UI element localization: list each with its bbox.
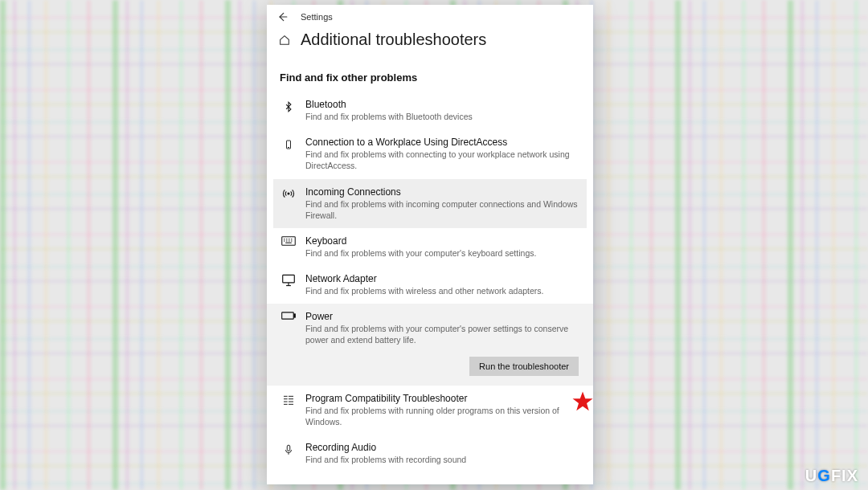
- programs-icon: [281, 393, 296, 427]
- item-label: Network Adapter: [305, 273, 579, 284]
- item-desc: Find and fix problems with running older…: [305, 405, 579, 427]
- window-topbar: Settings: [267, 5, 593, 24]
- item-label: Incoming Connections: [305, 186, 579, 198]
- run-troubleshooter-button[interactable]: Run the troubleshooter: [469, 357, 579, 376]
- item-directaccess[interactable]: Connection to a Workplace Using DirectAc…: [273, 129, 587, 178]
- item-power-selected: Power Find and fix problems with your co…: [267, 304, 593, 385]
- app-name: Settings: [301, 12, 333, 22]
- workplace-icon: [281, 137, 296, 171]
- bluetooth-icon: [281, 99, 296, 122]
- item-recording-audio[interactable]: Recording Audio Find and fix problems wi…: [273, 435, 587, 472]
- section-heading: Find and fix other problems: [267, 54, 593, 92]
- svg-point-2: [288, 193, 289, 194]
- item-power[interactable]: Power Find and fix problems with your co…: [273, 304, 587, 353]
- item-incoming-connections[interactable]: Incoming Connections Find and fix proble…: [273, 179, 587, 228]
- item-network-adapter[interactable]: Network Adapter Find and fix problems wi…: [273, 266, 587, 304]
- item-label: Keyboard: [305, 235, 579, 247]
- svg-rect-17: [294, 314, 295, 317]
- item-label: Recording Audio: [305, 442, 579, 453]
- item-bluetooth[interactable]: Bluetooth Find and fix problems with Blu…: [273, 92, 587, 129]
- page-title: Additional troubleshooters: [301, 31, 486, 49]
- item-desc: Find and fix problems with your computer…: [305, 323, 579, 345]
- svg-rect-13: [283, 275, 295, 282]
- troubleshooter-list: Bluetooth Find and fix problems with Blu…: [267, 92, 593, 472]
- item-label: Bluetooth: [305, 99, 579, 110]
- battery-icon: [281, 311, 296, 345]
- item-keyboard[interactable]: Keyboard Find and fix problems with your…: [273, 228, 587, 266]
- svg-rect-16: [282, 312, 294, 319]
- svg-rect-26: [287, 445, 290, 451]
- microphone-icon: [281, 442, 296, 465]
- home-icon[interactable]: [278, 34, 291, 47]
- item-desc: Find and fix problems with wireless and …: [305, 285, 579, 296]
- watermark: UGFIX: [805, 467, 858, 485]
- antenna-icon: [281, 186, 296, 221]
- title-row: Additional troubleshooters: [267, 24, 593, 54]
- item-label: Program Compatibility Troubleshooter: [305, 393, 579, 404]
- item-desc: Find and fix problems with connecting to…: [305, 149, 579, 171]
- item-label: Connection to a Workplace Using DirectAc…: [305, 137, 579, 148]
- item-label: Power: [305, 311, 579, 322]
- item-desc: Find and fix problems with incoming comp…: [305, 198, 579, 221]
- item-desc: Find and fix problems with Bluetooth dev…: [305, 111, 579, 122]
- item-program-compatibility[interactable]: Program Compatibility Troubleshooter Fin…: [273, 386, 587, 435]
- back-button[interactable]: [275, 10, 289, 24]
- keyboard-icon: [281, 235, 296, 259]
- settings-window: Settings Additional troubleshooters Find…: [267, 5, 593, 484]
- item-desc: Find and fix problems with your computer…: [305, 247, 579, 259]
- item-desc: Find and fix problems with recording sou…: [305, 454, 579, 465]
- monitor-icon: [281, 273, 296, 296]
